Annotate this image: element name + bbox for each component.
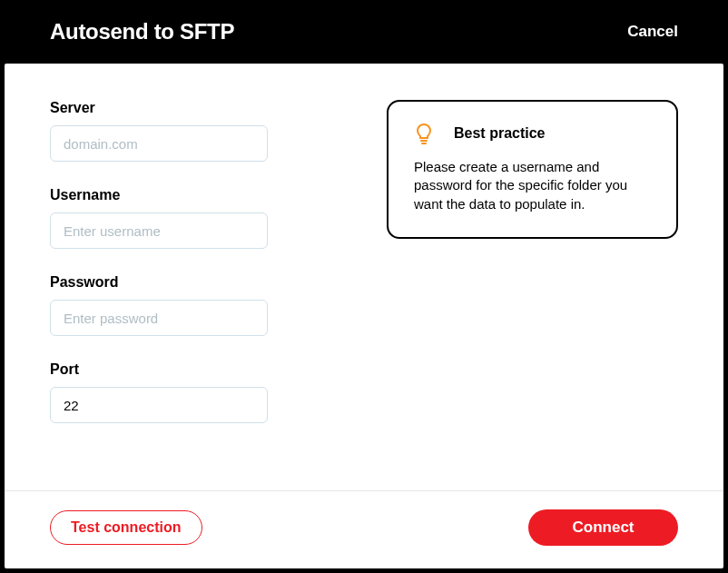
username-input[interactable] (50, 212, 268, 249)
test-connection-button[interactable]: Test connection (50, 510, 202, 545)
info-header: Best practice (414, 123, 651, 143)
port-label: Port (50, 361, 341, 378)
info-title: Best practice (454, 125, 546, 142)
dialog-title: Autosend to SFTP (50, 19, 234, 44)
server-group: Server (50, 100, 341, 162)
server-input[interactable] (50, 125, 268, 162)
server-label: Server (50, 100, 341, 116)
dialog-header: Autosend to SFTP Cancel (0, 0, 728, 64)
connect-button[interactable]: Connect (528, 509, 678, 546)
best-practice-card: Best practice Please create a username a… (387, 100, 678, 239)
password-input[interactable] (50, 300, 268, 336)
cancel-button[interactable]: Cancel (627, 23, 678, 41)
port-group: Port (50, 361, 341, 423)
dialog-body: Server Username Password Port (5, 64, 723, 568)
password-label: Password (50, 274, 341, 291)
info-body: Please create a username and password fo… (414, 158, 650, 213)
password-group: Password (50, 274, 341, 336)
username-label: Username (50, 187, 341, 203)
port-input[interactable] (50, 387, 268, 423)
username-group: Username (50, 187, 341, 249)
form-column: Server Username Password Port (50, 100, 341, 472)
main-content: Server Username Password Port (5, 64, 723, 490)
info-column: Best practice Please create a username a… (387, 100, 678, 472)
lightbulb-icon (414, 123, 434, 143)
dialog-footer: Test connection Connect (5, 490, 723, 568)
